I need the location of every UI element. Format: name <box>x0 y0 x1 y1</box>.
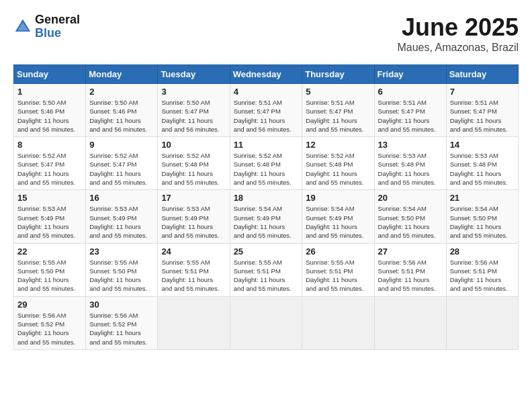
daylight-line: Daylight: 11 hours <box>306 223 357 230</box>
daylight-line: Daylight: 11 hours <box>378 117 430 124</box>
calendar-cell: 29 Sunrise: 5:56 AMSunset: 5:52 PMDaylig… <box>14 296 86 349</box>
daylight-line: Daylight: 11 hours <box>161 276 213 283</box>
daylight-line: Daylight: 11 hours <box>17 329 69 336</box>
sunrise-line: Sunrise: 5:50 AM <box>89 99 138 106</box>
sunset-line: Sunset: 5:49 PM <box>17 214 64 222</box>
daylight-minutes-line: and and 55 minutes. <box>17 179 75 186</box>
logo-blue-text: Blue <box>35 27 80 40</box>
day-number: 6 <box>378 87 443 97</box>
daylight-minutes-line: and and 55 minutes. <box>450 285 508 292</box>
sunrise-line: Sunrise: 5:52 AM <box>306 152 354 159</box>
column-header-tuesday: Tuesday <box>158 65 230 84</box>
daylight-minutes-line: and and 55 minutes. <box>161 285 219 292</box>
calendar-cell: 10 Sunrise: 5:52 AMSunset: 5:48 PMDaylig… <box>158 137 230 190</box>
daylight-minutes-line: and and 55 minutes. <box>17 232 75 239</box>
calendar-cell: 4 Sunrise: 5:51 AMSunset: 5:47 PMDayligh… <box>230 84 302 137</box>
sunrise-line: Sunrise: 5:51 AM <box>234 99 282 106</box>
sunrise-line: Sunrise: 5:54 AM <box>450 205 498 212</box>
calendar-cell: 15 Sunrise: 5:53 AMSunset: 5:49 PMDaylig… <box>14 190 86 243</box>
sunset-line: Sunset: 5:50 PM <box>17 267 64 275</box>
calendar-cell: 30 Sunrise: 5:56 AMSunset: 5:52 PMDaylig… <box>86 296 158 349</box>
daylight-minutes-line: and and 55 minutes. <box>450 126 508 133</box>
sunset-line: Sunset: 5:51 PM <box>234 267 281 275</box>
sunset-line: Sunset: 5:48 PM <box>306 161 353 168</box>
daylight-minutes-line: and and 55 minutes. <box>17 338 75 346</box>
daylight-line: Daylight: 11 hours <box>161 117 213 124</box>
calendar-cell: 18 Sunrise: 5:54 AMSunset: 5:49 PMDaylig… <box>230 190 302 243</box>
sunrise-line: Sunrise: 5:52 AM <box>89 152 138 159</box>
day-number: 17 <box>161 193 226 203</box>
column-header-thursday: Thursday <box>302 65 374 84</box>
daylight-minutes-line: and and 55 minutes. <box>89 285 147 292</box>
calendar-cell: 21 Sunrise: 5:54 AMSunset: 5:50 PMDaylig… <box>446 190 518 243</box>
day-info: Sunrise: 5:52 AMSunset: 5:48 PMDaylight:… <box>234 151 299 187</box>
daylight-minutes-line: and and 55 minutes. <box>450 179 508 186</box>
day-info: Sunrise: 5:52 AMSunset: 5:48 PMDaylight:… <box>161 151 226 187</box>
sunrise-line: Sunrise: 5:55 AM <box>234 259 282 266</box>
daylight-minutes-line: and and 55 minutes. <box>450 232 508 239</box>
day-number: 5 <box>306 87 370 97</box>
calendar-week-row: 29 Sunrise: 5:56 AMSunset: 5:52 PMDaylig… <box>14 296 519 349</box>
calendar-cell: 28 Sunrise: 5:56 AMSunset: 5:51 PMDaylig… <box>446 243 518 296</box>
sunset-line: Sunset: 5:51 PM <box>450 267 497 275</box>
day-info: Sunrise: 5:51 AMSunset: 5:47 PMDaylight:… <box>234 98 299 134</box>
sunset-line: Sunset: 5:48 PM <box>450 161 497 168</box>
sunset-line: Sunset: 5:47 PM <box>17 161 64 168</box>
daylight-minutes-line: and and 55 minutes. <box>89 179 147 186</box>
calendar-cell: 23 Sunrise: 5:55 AMSunset: 5:50 PMDaylig… <box>86 243 158 296</box>
day-number: 21 <box>450 193 515 203</box>
calendar-cell: 6 Sunrise: 5:51 AMSunset: 5:47 PMDayligh… <box>374 84 446 137</box>
calendar-cell: 22 Sunrise: 5:55 AMSunset: 5:50 PMDaylig… <box>14 243 86 296</box>
daylight-line: Daylight: 11 hours <box>89 276 141 283</box>
page-header: General Blue June 2025 Maues, Amazonas, … <box>13 13 519 54</box>
calendar-cell: 16 Sunrise: 5:53 AMSunset: 5:49 PMDaylig… <box>86 190 158 243</box>
calendar-cell: 1 Sunrise: 5:50 AMSunset: 5:46 PMDayligh… <box>14 84 86 137</box>
day-info: Sunrise: 5:54 AMSunset: 5:50 PMDaylight:… <box>450 204 515 240</box>
sunset-line: Sunset: 5:47 PM <box>306 107 353 115</box>
sunset-line: Sunset: 5:47 PM <box>161 107 208 115</box>
sunrise-line: Sunrise: 5:56 AM <box>17 312 66 319</box>
sunrise-line: Sunrise: 5:53 AM <box>378 152 427 159</box>
sunrise-line: Sunrise: 5:51 AM <box>306 99 354 106</box>
calendar-cell: 20 Sunrise: 5:54 AMSunset: 5:50 PMDaylig… <box>374 190 446 243</box>
sunrise-line: Sunrise: 5:51 AM <box>378 99 427 106</box>
day-info: Sunrise: 5:55 AMSunset: 5:50 PMDaylight:… <box>17 258 82 293</box>
calendar-cell <box>230 296 302 349</box>
day-number: 3 <box>161 87 226 97</box>
sunset-line: Sunset: 5:47 PM <box>450 107 497 115</box>
daylight-minutes-line: and and 55 minutes. <box>378 232 436 239</box>
sunrise-line: Sunrise: 5:54 AM <box>306 205 354 212</box>
day-info: Sunrise: 5:55 AMSunset: 5:51 PMDaylight:… <box>306 258 370 293</box>
month-title: June 2025 <box>397 13 519 42</box>
logo-text: General Blue <box>35 13 80 40</box>
day-info: Sunrise: 5:52 AMSunset: 5:47 PMDaylight:… <box>17 151 82 187</box>
daylight-minutes-line: and and 55 minutes. <box>306 126 363 133</box>
day-number: 23 <box>89 246 154 257</box>
day-number: 11 <box>234 140 299 150</box>
daylight-line: Daylight: 11 hours <box>234 117 285 124</box>
daylight-line: Daylight: 11 hours <box>234 223 285 230</box>
calendar-cell: 7 Sunrise: 5:51 AMSunset: 5:47 PMDayligh… <box>446 84 518 137</box>
sunset-line: Sunset: 5:47 PM <box>89 161 136 168</box>
day-info: Sunrise: 5:53 AMSunset: 5:48 PMDaylight:… <box>450 151 515 187</box>
sunset-line: Sunset: 5:47 PM <box>378 107 425 115</box>
calendar-week-row: 22 Sunrise: 5:55 AMSunset: 5:50 PMDaylig… <box>14 243 519 296</box>
calendar-header-row: SundayMondayTuesdayWednesdayThursdayFrid… <box>14 65 519 84</box>
sunrise-line: Sunrise: 5:55 AM <box>89 259 138 266</box>
day-number: 4 <box>234 87 299 97</box>
sunset-line: Sunset: 5:50 PM <box>378 214 425 222</box>
calendar-cell <box>302 296 374 349</box>
daylight-line: Daylight: 11 hours <box>17 223 69 230</box>
day-number: 12 <box>306 140 370 150</box>
sunrise-line: Sunrise: 5:51 AM <box>450 99 498 106</box>
sunset-line: Sunset: 5:46 PM <box>17 107 64 115</box>
day-info: Sunrise: 5:55 AMSunset: 5:51 PMDaylight:… <box>161 258 226 293</box>
sunrise-line: Sunrise: 5:56 AM <box>378 259 427 266</box>
daylight-minutes-line: and and 56 minutes. <box>89 126 147 133</box>
day-info: Sunrise: 5:56 AMSunset: 5:52 PMDaylight:… <box>17 311 82 347</box>
calendar-week-row: 15 Sunrise: 5:53 AMSunset: 5:49 PMDaylig… <box>14 190 519 243</box>
daylight-minutes-line: and and 55 minutes. <box>17 285 75 292</box>
day-info: Sunrise: 5:54 AMSunset: 5:49 PMDaylight:… <box>234 204 299 240</box>
daylight-line: Daylight: 11 hours <box>89 170 141 177</box>
day-info: Sunrise: 5:51 AMSunset: 5:47 PMDaylight:… <box>450 98 515 134</box>
